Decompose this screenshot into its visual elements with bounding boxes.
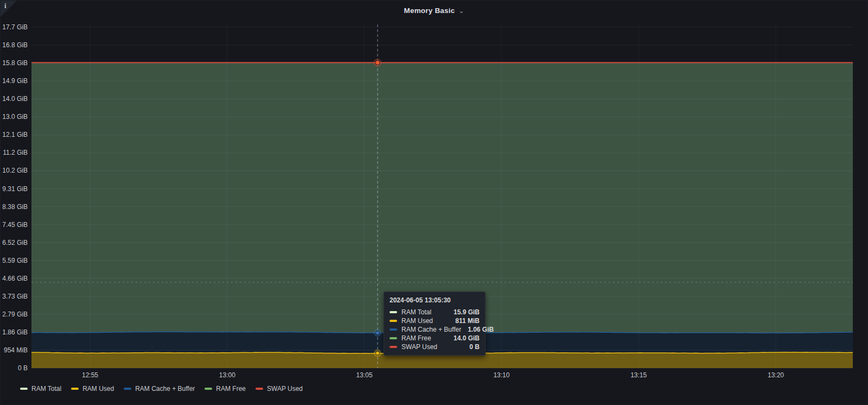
y-axis-label: 15.8 GiB [1,59,28,67]
y-axis-label: 2.79 GiB [1,310,28,319]
x-axis-label: 13:15 [622,371,655,379]
legend-item-ram-cache-buffer[interactable]: RAM Cache + Buffer [124,385,195,393]
legend-label: SWAP Used [267,385,303,393]
series-color-swatch-icon [390,337,397,339]
y-axis-label: 11.2 GiB [1,148,28,157]
tooltip-series-value: 1.06 GiB [468,326,494,333]
y-axis-label: 17.7 GiB [1,23,28,31]
tooltip-rows: RAM Total15.9 GiBRAM Used811 MiBRAM Cach… [390,308,480,351]
y-axis-label: 13.0 GiB [1,112,28,121]
legend-swatch-icon [71,388,79,390]
tooltip-series-value: 15.9 GiB [454,308,480,316]
legend-label: RAM Used [82,385,114,393]
x-axis-label: 13:00 [211,371,244,379]
legend-label: RAM Free [216,385,246,393]
series-color-swatch-icon [390,328,397,331]
legend-label: RAM Total [31,385,61,393]
chart-tooltip: 2024-06-05 13:05:30 RAM Total15.9 GiBRAM… [384,292,486,356]
y-axis-label: 9.31 GiB [1,185,28,193]
tooltip-row: RAM Used811 MiB [390,317,480,325]
legend-swatch-icon [124,388,131,390]
legend-swatch-icon [20,388,28,390]
tooltip-series-name: SWAP Used [401,343,469,351]
y-axis-label: 6.52 GiB [1,238,28,247]
x-axis-label: 12:55 [74,371,106,379]
x-axis: 12:5513:0013:0513:1013:1513:20 [1,371,867,380]
y-axis-label: 5.59 GiB [1,256,28,265]
legend-item-ram-used[interactable]: RAM Used [71,385,114,393]
legend-item-ram-free[interactable]: RAM Free [205,385,246,393]
tooltip-series-value: 0 B [469,343,480,351]
y-axis-label: 12.1 GiB [1,130,28,139]
memory-basic-panel: i Memory Basic ⌄ 0 B954 MiB1.86 GiB2.79 … [0,0,868,405]
tooltip-series-name: RAM Used [401,317,455,325]
tooltip-series-name: RAM Cache + Buffer [401,326,468,333]
y-axis-label: 954 MiB [1,346,28,355]
legend-item-swap-used[interactable]: SWAP Used [256,385,303,393]
tooltip-row: RAM Total15.9 GiB [390,308,480,317]
tooltip-row: SWAP Used0 B [390,343,480,351]
series-color-swatch-icon [390,346,397,348]
chart-area[interactable]: 0 B954 MiB1.86 GiB2.79 GiB3.73 GiB4.66 G… [1,1,867,404]
legend-label: RAM Cache + Buffer [135,385,195,393]
series-color-swatch-icon [390,320,397,322]
tooltip-row: RAM Cache + Buffer1.06 GiB [390,325,480,334]
tooltip-row: RAM Free14.0 GiB [390,334,480,343]
x-axis-label: 13:05 [348,371,381,379]
tooltip-series-name: RAM Total [401,308,454,316]
tooltip-series-name: RAM Free [401,334,454,342]
y-axis-label: 3.73 GiB [1,292,28,301]
y-axis-label: 14.0 GiB [1,94,28,103]
legend: RAM TotalRAM UsedRAM Cache + BufferRAM F… [20,384,303,394]
y-axis-label: 1.86 GiB [1,328,28,337]
y-axis-label: 14.9 GiB [1,77,28,85]
x-axis-label: 13:20 [760,371,792,379]
legend-item-ram-total[interactable]: RAM Total [20,385,61,393]
y-axis-label: 8.38 GiB [1,202,28,211]
tooltip-series-value: 14.0 GiB [454,334,480,342]
x-axis-label: 13:10 [485,371,518,379]
tooltip-timestamp: 2024-06-05 13:05:30 [390,296,480,304]
y-axis-label: 10.2 GiB [1,166,28,175]
y-axis-label: 4.66 GiB [1,274,28,283]
series-color-swatch-icon [390,311,397,313]
y-axis-label: 7.45 GiB [1,220,28,229]
legend-swatch-icon [256,388,263,390]
y-axis-label: 16.8 GiB [1,41,28,49]
tooltip-series-value: 811 MiB [455,317,480,325]
legend-swatch-icon [205,388,212,390]
